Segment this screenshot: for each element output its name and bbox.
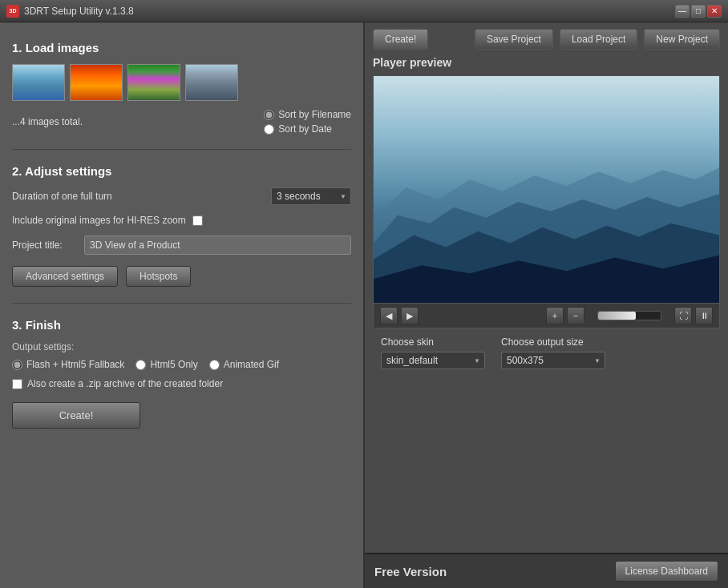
minimize-button[interactable]: — (675, 5, 690, 18)
section2-header: 2. Adjust settings (12, 164, 351, 178)
flash-html5-radio[interactable] (12, 360, 22, 370)
hires-row: Include original images for HI-RES zoom (12, 215, 351, 226)
new-project-button[interactable]: New Project (644, 29, 720, 50)
section3-header: 3. Finish (12, 318, 351, 332)
free-version-label: Free Version (374, 565, 447, 578)
app-icon: 3D (6, 5, 19, 18)
window-controls: — □ ✕ (675, 5, 722, 18)
hires-label: Include original images for HI-RES zoom (12, 215, 186, 226)
images-count-label: ...4 images total. (12, 116, 264, 127)
save-project-button[interactable]: Save Project (475, 29, 553, 50)
skin-output-row: Choose skin skin_default skin_dark skin_… (373, 328, 720, 377)
titlebar: 3D 3DRT Setup Utility v.1.3.8 — □ ✕ (0, 0, 728, 22)
close-button[interactable]: ✕ (707, 5, 722, 18)
skin-group: Choose skin skin_default skin_dark skin_… (381, 336, 485, 369)
hotspots-button[interactable]: Hotspots (126, 266, 191, 287)
prev-button[interactable]: ◀ (380, 307, 398, 324)
duration-select[interactable]: 1 second 2 seconds 3 seconds 5 seconds 1… (271, 187, 351, 205)
settings-buttons-row: Advanced settings Hotspots (12, 266, 351, 287)
thumb-1[interactable] (12, 64, 65, 101)
skin-dropdown-wrapper: skin_default skin_dark skin_light ▼ (381, 352, 485, 369)
html5-only-option[interactable]: Html5 Only (135, 359, 197, 370)
left-panel: 1. Load images ...4 images total. Sort b… (0, 22, 365, 588)
animated-gif-label: Animated Gif (224, 359, 279, 370)
divider-1 (12, 149, 351, 150)
main-container: 1. Load images ...4 images total. Sort b… (0, 22, 728, 588)
load-project-button[interactable]: Load Project (560, 29, 637, 50)
bottom-bar: Free Version License Dashboard (365, 553, 728, 588)
project-title-input[interactable] (84, 236, 351, 255)
zoom-in-button[interactable]: + (546, 307, 564, 324)
hires-checkbox[interactable] (192, 215, 203, 226)
skin-select[interactable]: skin_default skin_dark skin_light (381, 352, 485, 369)
zip-label: Also create a .zip archive of the create… (27, 378, 223, 389)
output-size-group: Choose output size 320x240 400x300 500x3… (501, 336, 605, 369)
player-controls: ◀ ▶ + − ⛶ ⏸ (373, 304, 720, 328)
sort-options: Sort by Filename Sort by Date (264, 109, 351, 135)
flash-html5-label: Flash + Html5 Fallback (26, 359, 124, 370)
next-button[interactable]: ▶ (401, 307, 419, 324)
output-size-label: Choose output size (501, 336, 605, 348)
advanced-settings-button[interactable]: Advanced settings (12, 266, 118, 287)
section1-header: 1. Load images (12, 41, 351, 54)
divider-2 (12, 303, 351, 304)
sort-date-label: Sort by Date (278, 123, 332, 135)
thumb-4[interactable] (185, 64, 238, 101)
maximize-button[interactable]: □ (691, 5, 706, 18)
preview-svg (374, 76, 719, 303)
app-title: 3DRT Setup Utility v.1.3.8 (24, 6, 675, 17)
progress-fill (598, 312, 636, 320)
thumb-3[interactable] (127, 64, 180, 101)
create-button-main[interactable]: Create! (12, 402, 140, 429)
sort-filename-radio[interactable] (264, 110, 274, 120)
top-toolbar: Create! Save Project Load Project New Pr… (365, 22, 728, 56)
project-title-row: Project title: (12, 236, 351, 255)
player-preview-area (373, 75, 720, 304)
toolbar-create-button[interactable]: Create! (373, 29, 428, 50)
project-title-label: Project title: (12, 240, 84, 251)
zip-checkbox[interactable] (12, 379, 22, 389)
progress-bar[interactable] (597, 311, 661, 320)
images-row (12, 64, 351, 101)
flash-html5-option[interactable]: Flash + Html5 Fallback (12, 359, 124, 370)
zoom-out-button[interactable]: − (567, 307, 584, 324)
output-format-row: Flash + Html5 Fallback Html5 Only Animat… (12, 359, 351, 370)
images-count-row: ...4 images total. Sort by Filename Sort… (12, 109, 351, 135)
sort-filename-label: Sort by Filename (278, 109, 351, 120)
duration-dropdown-wrapper: 1 second 2 seconds 3 seconds 5 seconds 1… (271, 187, 351, 205)
zip-row: Also create a .zip archive of the create… (12, 378, 351, 389)
fullscreen-button[interactable]: ⛶ (674, 307, 692, 324)
player-preview-label: Player preview (373, 56, 720, 69)
animated-gif-option[interactable]: Animated Gif (209, 359, 279, 370)
sort-date-option[interactable]: Sort by Date (264, 123, 351, 135)
duration-row: Duration of one full turn 1 second 2 sec… (12, 187, 351, 205)
sort-date-radio[interactable] (264, 124, 274, 135)
html5-only-radio[interactable] (135, 360, 146, 370)
output-size-dropdown-wrapper: 320x240 400x300 500x375 640x480 800x600 … (501, 352, 605, 369)
sort-filename-option[interactable]: Sort by Filename (264, 109, 351, 120)
right-panel: Create! Save Project Load Project New Pr… (365, 22, 728, 588)
animated-gif-radio[interactable] (209, 360, 220, 370)
thumb-2[interactable] (70, 64, 123, 101)
output-settings-label: Output settigs: (12, 341, 351, 352)
player-section: Player preview (365, 56, 728, 553)
skin-label: Choose skin (381, 336, 485, 348)
output-size-select[interactable]: 320x240 400x300 500x375 640x480 800x600 (501, 352, 605, 369)
license-dashboard-button[interactable]: License Dashboard (615, 561, 718, 582)
pause-button[interactable]: ⏸ (695, 307, 713, 324)
html5-only-label: Html5 Only (150, 359, 197, 370)
duration-label: Duration of one full turn (12, 191, 271, 202)
